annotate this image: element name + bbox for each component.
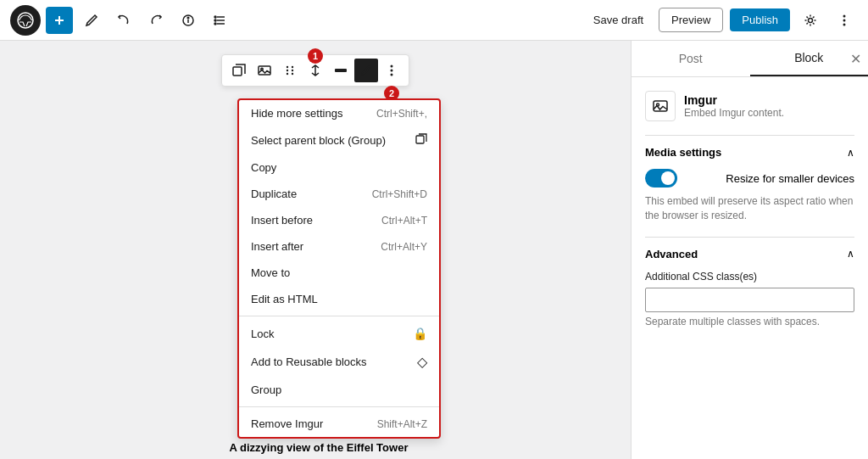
svg-point-11 — [214, 23, 216, 25]
block-toolbar: 1 — [221, 54, 409, 87]
align-button[interactable] — [329, 59, 353, 82]
svg-point-26 — [391, 65, 393, 68]
svg-point-15 — [843, 23, 846, 25]
resize-desc: This embed will preserve its aspect rati… — [645, 194, 854, 223]
image-caption: A dizzying view of the Eiffel Tower — [14, 436, 624, 459]
divider-2 — [645, 237, 854, 238]
save-draft-button[interactable]: Save draft — [585, 8, 652, 31]
block-icon — [645, 91, 676, 121]
css-class-input[interactable] — [645, 288, 854, 312]
publish-button[interactable]: Publish — [730, 8, 790, 31]
svg-point-19 — [287, 66, 288, 68]
top-bar-right: Save draft Preview Publish — [585, 7, 858, 34]
svg-point-14 — [843, 19, 846, 21]
preview-button[interactable]: Preview — [659, 8, 723, 32]
context-menu: Hide more settings Ctrl+Shift+, Select p… — [237, 98, 441, 439]
panel-close-button[interactable]: ✕ — [850, 51, 861, 67]
svg-point-23 — [292, 70, 293, 71]
ctx-copy[interactable]: Copy — [239, 154, 439, 181]
svg-point-22 — [292, 66, 293, 68]
block-name: Imgur — [684, 93, 784, 107]
svg-rect-29 — [416, 136, 424, 143]
main-layout: 1 — [0, 41, 868, 459]
advanced-chevron[interactable]: ∧ — [847, 248, 854, 260]
undo-button[interactable] — [110, 7, 137, 34]
svg-point-28 — [391, 74, 393, 76]
image-block-button[interactable] — [253, 59, 276, 82]
ctx-group[interactable]: Group — [239, 377, 439, 403]
svg-point-9 — [214, 16, 216, 18]
ctx-reusable[interactable]: Add to Reusable blocks ◇ — [239, 347, 439, 377]
css-hint: Separate multiple classes with spaces. — [645, 316, 854, 327]
media-settings-chevron[interactable]: ∧ — [847, 147, 854, 159]
svg-rect-25 — [335, 69, 347, 72]
resize-label: Resize for smaller devices — [726, 172, 854, 185]
ctx-hide-settings[interactable]: Hide more settings Ctrl+Shift+, — [239, 100, 439, 126]
media-settings-section: Media settings ∧ — [645, 146, 854, 159]
pen-tool-button[interactable] — [78, 7, 105, 34]
svg-point-12 — [809, 18, 813, 22]
right-panel: Post Block ✕ Imgur Embed Imgur content. — [631, 41, 868, 459]
drag-handle[interactable] — [278, 59, 302, 82]
svg-rect-16 — [233, 67, 242, 76]
svg-point-20 — [287, 70, 288, 71]
ctx-duplicate[interactable]: Duplicate Ctrl+Shift+D — [239, 181, 439, 207]
ctx-insert-after[interactable]: Insert after Ctrl+Alt+Y — [239, 233, 439, 260]
panel-tabs: Post Block ✕ — [632, 41, 868, 77]
duplicate-block-button[interactable] — [227, 59, 251, 82]
top-bar: Save draft Preview Publish — [0, 0, 868, 41]
svg-point-5 — [187, 17, 189, 19]
settings-button[interactable] — [797, 7, 824, 34]
svg-point-24 — [292, 73, 293, 75]
ctx-remove[interactable]: Remove Imgur Shift+Alt+Z — [239, 411, 439, 437]
ctx-move-to[interactable]: Move to — [239, 260, 439, 286]
wp-logo — [10, 5, 41, 36]
reusable-icon: ◇ — [417, 354, 427, 370]
svg-point-21 — [287, 73, 288, 75]
block-info: Imgur Embed Imgur content. — [645, 91, 854, 121]
ctx-select-parent[interactable]: Select parent block (Group) — [239, 126, 439, 154]
edit-pen-button[interactable] — [354, 59, 378, 82]
toggle-knob — [661, 171, 675, 185]
ctx-edit-html[interactable]: Edit as HTML — [239, 286, 439, 312]
divider-1 — [645, 135, 854, 136]
media-settings-title: Media settings — [645, 146, 721, 159]
svg-point-10 — [214, 20, 216, 21]
panel-content: Imgur Embed Imgur content. Media setting… — [632, 77, 868, 341]
css-class-label: Additional CSS class(es) — [645, 271, 854, 283]
advanced-title: Advanced — [645, 248, 698, 260]
ctx-insert-before[interactable]: Insert before Ctrl+Alt+T — [239, 207, 439, 233]
resize-toggle[interactable] — [645, 169, 677, 188]
advanced-section-header: Advanced ∧ — [645, 248, 854, 260]
advanced-section: Advanced ∧ Additional CSS class(es) Sepa… — [645, 248, 854, 327]
top-bar-left — [10, 5, 234, 36]
add-block-button[interactable] — [46, 7, 73, 34]
step-1-badge: 1 — [308, 48, 323, 64]
svg-point-27 — [391, 70, 393, 72]
more-options-button[interactable] — [831, 7, 858, 34]
lock-icon: 🔒 — [413, 327, 427, 340]
list-view-button[interactable] — [207, 7, 234, 34]
svg-point-13 — [843, 14, 846, 17]
ctx-lock[interactable]: Lock 🔒 — [239, 320, 439, 347]
tab-post[interactable]: Post — [632, 41, 750, 76]
block-desc: Embed Imgur content. — [684, 107, 784, 119]
resize-toggle-row: Resize for smaller devices — [645, 169, 854, 188]
editor-area: 1 — [0, 41, 631, 459]
ctx-divider-2 — [239, 406, 439, 407]
info-button[interactable] — [175, 7, 202, 34]
ctx-divider-1 — [239, 316, 439, 316]
redo-button[interactable] — [142, 7, 170, 34]
block-options-button[interactable]: 2 — [380, 59, 403, 82]
